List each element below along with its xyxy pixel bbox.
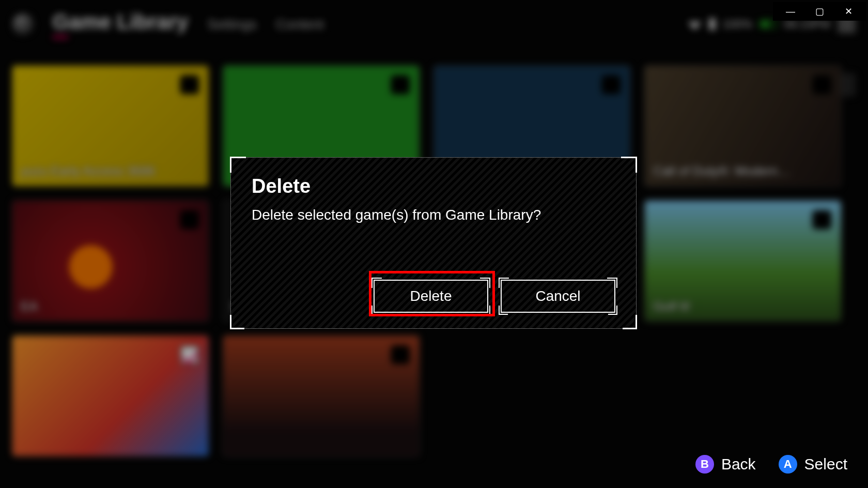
hint-back-label: Back	[721, 455, 756, 473]
a-button-icon: A	[779, 455, 797, 474]
cancel-button-label: Cancel	[535, 288, 580, 304]
hint-select-label: Select	[804, 455, 847, 473]
window-controls: — ▢ ✕	[773, 2, 866, 21]
hint-back: B Back	[695, 455, 756, 474]
dialog-title: Delete	[252, 175, 615, 197]
dialog-message: Delete selected game(s) from Game Librar…	[252, 207, 615, 223]
footer-hints: B Back A Select	[695, 455, 847, 474]
window-minimize-button[interactable]: —	[776, 3, 805, 20]
window-close-button[interactable]: ✕	[834, 3, 863, 20]
b-button-icon: B	[695, 455, 714, 474]
window-maximize-button[interactable]: ▢	[805, 3, 834, 20]
cancel-button[interactable]: Cancel	[501, 280, 615, 313]
highlight-delete-button	[369, 271, 495, 316]
hint-select: A Select	[779, 455, 847, 474]
